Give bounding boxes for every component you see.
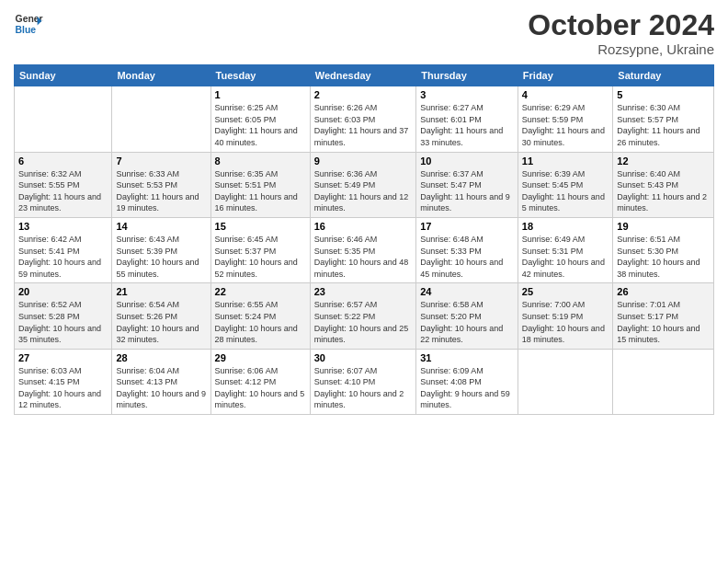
day-number: 16 [314,221,412,232]
sunset-text: Sunset: 5:33 PM [420,247,482,256]
day-info: Sunrise: 6:55 AM Sunset: 5:24 PM Dayligh… [215,299,306,345]
daylight-text: Daylight: 11 hours and 26 minutes. [617,126,700,147]
day-info: Sunrise: 6:49 AM Sunset: 5:31 PM Dayligh… [522,234,609,280]
sunset-text: Sunset: 5:37 PM [215,247,277,256]
daylight-text: Daylight: 11 hours and 16 minutes. [215,192,298,213]
sunrise-text: Sunrise: 6:33 AM [116,169,179,178]
sunrise-text: Sunrise: 6:46 AM [314,235,378,244]
calendar-cell: 18 Sunrise: 6:49 AM Sunset: 5:31 PM Dayl… [518,217,613,282]
daylight-text: Daylight: 10 hours and 42 minutes. [522,258,605,279]
day-number: 27 [18,352,108,363]
daylight-text: Daylight: 10 hours and 18 minutes. [522,324,605,345]
day-number: 31 [420,352,514,363]
sunset-text: Sunset: 5:55 PM [18,180,80,190]
sunset-text: Sunset: 5:31 PM [522,247,584,256]
calendar-cell: 29 Sunrise: 6:06 AM Sunset: 4:12 PM Dayl… [210,349,310,414]
sunrise-text: Sunrise: 6:09 AM [420,366,483,375]
daylight-text: Daylight: 11 hours and 12 minutes. [314,192,409,213]
sunrise-text: Sunrise: 6:39 AM [522,169,586,178]
calendar-cell: 8 Sunrise: 6:35 AM Sunset: 5:51 PM Dayli… [210,152,310,217]
day-number: 4 [522,89,609,100]
day-info: Sunrise: 6:33 AM Sunset: 5:53 PM Dayligh… [116,168,206,214]
calendar-cell: 26 Sunrise: 7:01 AM Sunset: 5:17 PM Dayl… [613,283,714,349]
day-info: Sunrise: 6:46 AM Sunset: 5:35 PM Dayligh… [314,234,412,280]
sunset-text: Sunset: 6:05 PM [215,115,277,124]
page-header: General Blue October 2024 Rozsypne, Ukra… [14,9,714,57]
day-number: 23 [314,286,412,297]
calendar-cell: 27 Sunrise: 6:03 AM Sunset: 4:15 PM Dayl… [15,349,112,414]
day-info: Sunrise: 6:32 AM Sunset: 5:55 PM Dayligh… [18,168,108,214]
calendar-cell: 6 Sunrise: 6:32 AM Sunset: 5:55 PM Dayli… [15,152,112,217]
daylight-text: Daylight: 10 hours and 22 minutes. [420,324,503,345]
calendar-cell: 14 Sunrise: 6:43 AM Sunset: 5:39 PM Dayl… [112,217,210,282]
sunset-text: Sunset: 6:01 PM [420,115,482,124]
sunset-text: Sunset: 5:47 PM [420,180,482,190]
calendar-cell: 7 Sunrise: 6:33 AM Sunset: 5:53 PM Dayli… [112,152,210,217]
day-number: 20 [18,286,108,297]
day-number: 12 [617,155,710,167]
col-tuesday: Tuesday [210,65,310,86]
day-number: 2 [314,89,412,100]
sunrise-text: Sunrise: 6:06 AM [215,366,279,375]
sunrise-text: Sunrise: 6:27 AM [420,103,483,112]
sunrise-text: Sunrise: 6:54 AM [116,300,179,309]
sunrise-text: Sunrise: 6:26 AM [314,103,378,112]
calendar-cell: 25 Sunrise: 7:00 AM Sunset: 5:19 PM Dayl… [518,283,613,349]
sunset-text: Sunset: 5:41 PM [18,247,80,256]
calendar-cell: 2 Sunrise: 6:26 AM Sunset: 6:03 PM Dayli… [310,86,415,152]
calendar-cell [15,86,112,152]
day-info: Sunrise: 6:09 AM Sunset: 4:08 PM Dayligh… [420,365,514,411]
day-number: 11 [522,155,609,167]
sunrise-text: Sunrise: 6:42 AM [18,235,82,244]
page-title: October 2024 [528,9,714,41]
sunrise-text: Sunrise: 6:03 AM [18,366,82,375]
sunrise-text: Sunrise: 7:00 AM [522,300,586,309]
calendar-cell: 23 Sunrise: 6:57 AM Sunset: 5:22 PM Dayl… [310,283,415,349]
calendar-cell: 22 Sunrise: 6:55 AM Sunset: 5:24 PM Dayl… [210,283,310,349]
daylight-text: Daylight: 10 hours and 25 minutes. [314,324,409,345]
calendar-cell: 9 Sunrise: 6:36 AM Sunset: 5:49 PM Dayli… [310,152,415,217]
sunrise-text: Sunrise: 6:40 AM [617,169,680,178]
calendar-cell: 30 Sunrise: 6:07 AM Sunset: 4:10 PM Dayl… [310,349,415,414]
calendar-cell: 16 Sunrise: 6:46 AM Sunset: 5:35 PM Dayl… [310,217,415,282]
sunset-text: Sunset: 4:13 PM [116,377,177,386]
daylight-text: Daylight: 10 hours and 2 minutes. [314,389,404,410]
col-monday: Monday [112,65,210,86]
daylight-text: Daylight: 11 hours and 33 minutes. [420,126,503,147]
day-info: Sunrise: 7:00 AM Sunset: 5:19 PM Dayligh… [522,299,609,345]
calendar-cell: 1 Sunrise: 6:25 AM Sunset: 6:05 PM Dayli… [210,86,310,152]
col-sunday: Sunday [15,65,112,86]
day-info: Sunrise: 6:48 AM Sunset: 5:33 PM Dayligh… [420,234,514,280]
calendar-cell: 21 Sunrise: 6:54 AM Sunset: 5:26 PM Dayl… [112,283,210,349]
day-info: Sunrise: 6:29 AM Sunset: 5:59 PM Dayligh… [522,102,609,148]
day-info: Sunrise: 6:04 AM Sunset: 4:13 PM Dayligh… [116,365,206,411]
calendar-cell: 3 Sunrise: 6:27 AM Sunset: 6:01 PM Dayli… [416,86,518,152]
sunset-text: Sunset: 5:28 PM [18,312,80,321]
sunset-text: Sunset: 5:20 PM [420,312,482,321]
calendar-cell: 13 Sunrise: 6:42 AM Sunset: 5:41 PM Dayl… [15,217,112,282]
daylight-text: Daylight: 10 hours and 59 minutes. [18,258,101,279]
day-number: 19 [617,221,710,232]
day-number: 17 [420,221,514,232]
sunset-text: Sunset: 5:57 PM [617,115,678,124]
sunrise-text: Sunrise: 6:43 AM [116,235,179,244]
day-info: Sunrise: 6:45 AM Sunset: 5:37 PM Dayligh… [215,234,306,280]
sunrise-text: Sunrise: 6:48 AM [420,235,483,244]
day-info: Sunrise: 6:37 AM Sunset: 5:47 PM Dayligh… [420,168,514,214]
day-info: Sunrise: 6:43 AM Sunset: 5:39 PM Dayligh… [116,234,206,280]
calendar-header-row: Sunday Monday Tuesday Wednesday Thursday… [15,65,714,86]
day-info: Sunrise: 7:01 AM Sunset: 5:17 PM Dayligh… [617,299,710,345]
calendar-cell: 31 Sunrise: 6:09 AM Sunset: 4:08 PM Dayl… [416,349,518,414]
sunrise-text: Sunrise: 6:36 AM [314,169,378,178]
day-number: 1 [215,89,306,100]
day-info: Sunrise: 6:52 AM Sunset: 5:28 PM Dayligh… [18,299,108,345]
calendar-cell: 17 Sunrise: 6:48 AM Sunset: 5:33 PM Dayl… [416,217,518,282]
sunrise-text: Sunrise: 6:58 AM [420,300,483,309]
daylight-text: Daylight: 10 hours and 48 minutes. [314,258,409,279]
sunrise-text: Sunrise: 6:37 AM [420,169,483,178]
calendar-cell [112,86,210,152]
daylight-text: Daylight: 11 hours and 9 minutes. [420,192,510,213]
day-number: 5 [617,89,710,100]
sunset-text: Sunset: 5:43 PM [617,180,678,190]
day-info: Sunrise: 6:51 AM Sunset: 5:30 PM Dayligh… [617,234,710,280]
